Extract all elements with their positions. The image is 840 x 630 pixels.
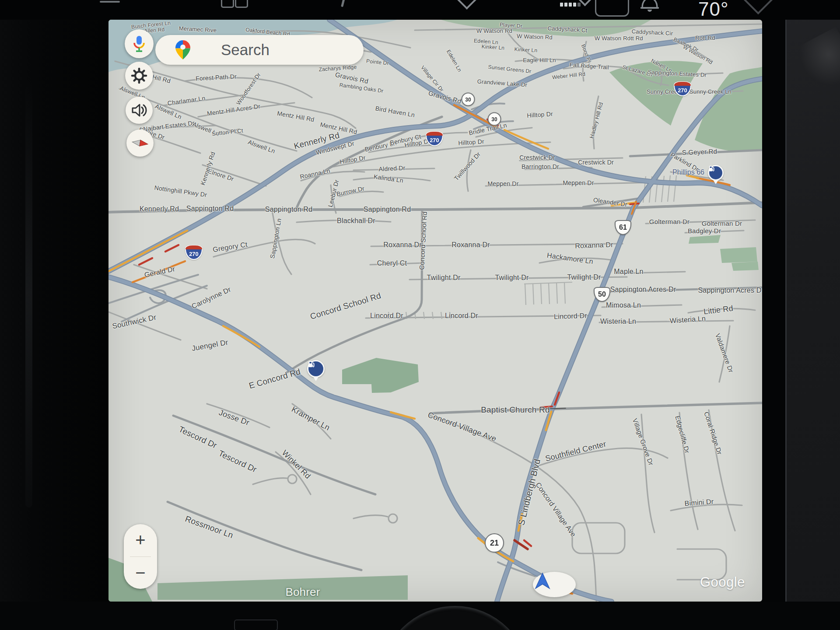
nav-diamond-icon	[742, 0, 775, 14]
google-attribution: Google	[700, 574, 745, 590]
route-shield-30: 30	[462, 93, 475, 106]
street-label: Meppen Dr	[487, 180, 518, 187]
temperature-readout: 70°	[698, 0, 729, 20]
street-label: Twilight Dr	[495, 274, 529, 282]
street-label: Roxanna Dr	[452, 241, 490, 249]
street-label: Roxanna Dr	[575, 241, 613, 250]
dashboard-right-bezel	[762, 0, 788, 630]
street-label: Maple Ln	[614, 268, 643, 276]
street-label: Rott Rd	[695, 35, 715, 41]
street-label: Sappington Rd	[364, 206, 411, 214]
street-label: Aldred Dr	[378, 164, 406, 172]
street-label: Rott Rd	[623, 35, 643, 42]
trim-seam	[785, 0, 787, 630]
gear-icon	[131, 67, 147, 84]
street-label: Mimosa Ln	[606, 301, 641, 309]
street-label: Blackhall Dr	[337, 217, 375, 225]
street-label: Badgley Dr	[688, 227, 721, 234]
map-surface[interactable]: Busch Forest LnAllen RdMeramec RiveOakfo…	[108, 20, 762, 602]
street-label: Wisteria Ln	[600, 318, 636, 326]
pin-tail	[313, 376, 319, 381]
street-label: Lincord Dr	[445, 312, 478, 320]
nav-arrow-icon	[533, 572, 552, 590]
route-shield-30: 30	[488, 112, 501, 126]
street-label: Roxanna Dr	[383, 241, 421, 249]
dashboard-left-bezel	[0, 0, 108, 630]
bell-icon[interactable]	[639, 0, 661, 12]
speaker-icon	[131, 103, 147, 117]
gas-pump-icon	[708, 165, 724, 181]
street-label: Sappington Acres D	[698, 287, 761, 294]
compass-needle-icon	[129, 132, 151, 154]
gas-pump-icon	[307, 360, 325, 378]
street-label: W Watson Rd	[517, 33, 553, 41]
street-label: Twilight Dr	[427, 274, 461, 282]
settings-button[interactable]	[125, 62, 153, 90]
chevron-down-icon[interactable]	[455, 0, 479, 10]
search-placeholder: Search	[221, 41, 270, 59]
gas-station-pin[interactable]: Phillips 66	[708, 165, 724, 184]
street-label: Kennerly Rd	[140, 205, 179, 213]
street-label: Eagle Hill Ln	[523, 57, 556, 63]
device-box-icon[interactable]	[595, 0, 629, 17]
street-label: Sappington Acres Dr	[610, 286, 676, 294]
app-grid-icon[interactable]	[235, 0, 248, 8]
mic-icon	[132, 35, 147, 52]
street-label: Golterman Dr	[702, 220, 742, 227]
street-label: Sappington Rd	[265, 206, 312, 214]
menu-icon[interactable]	[100, 1, 120, 3]
street-label: Twilight Dr	[567, 273, 601, 281]
vehicle-location-marker[interactable]	[533, 572, 576, 597]
app-grid-icon[interactable]	[221, 0, 234, 8]
zoom-out-button[interactable]: −	[124, 557, 157, 589]
trim-highlight	[793, 27, 840, 96]
poi-label: Phillips 66	[672, 168, 704, 176]
street-label: Barrington Dr	[522, 163, 559, 170]
media-tick-icon[interactable]	[341, 0, 346, 7]
map-canvas	[108, 20, 762, 602]
dashboard-leather-trim	[785, 0, 840, 630]
pin-tail	[713, 179, 719, 184]
route-shield-21: 21	[485, 533, 504, 553]
street-label: Baptist Church Rd	[481, 405, 550, 415]
street-label: W Watson Rd	[476, 28, 512, 34]
google-maps-pin-icon	[175, 40, 190, 60]
compass-button[interactable]	[126, 130, 154, 157]
infotainment-screen: 70°	[0, 0, 840, 630]
street-label: Crestwick Dr	[519, 154, 555, 161]
street-label: Lincord Dr	[370, 312, 403, 320]
area-label: Bohrer	[285, 585, 320, 599]
street-label: Cheryl Ct	[377, 259, 407, 267]
street-label: Crestwick Dr	[578, 159, 614, 166]
street-label: Kinker Ln	[514, 46, 537, 54]
bezel-glint	[25, 79, 32, 508]
street-label: Golterman Dr	[649, 218, 690, 225]
bottom-vent	[234, 620, 278, 630]
zoom-in-button[interactable]: +	[124, 524, 157, 556]
signal-bars-icon	[560, 3, 581, 7]
status-bar: 70°	[0, 0, 840, 20]
gas-station-pin[interactable]	[307, 360, 325, 381]
street-label: Sunny Creek Ln	[690, 88, 732, 95]
street-label: S Geyer Rd	[682, 147, 718, 156]
street-label: Meppen Dr	[563, 179, 594, 186]
voice-mic-button[interactable]	[125, 29, 154, 58]
street-label: Sappington Rd	[186, 205, 234, 213]
volume-button[interactable]	[126, 97, 153, 124]
street-label: Lincord Dr	[554, 312, 587, 321]
zoom-control: + −	[124, 524, 157, 589]
search-bar[interactable]: Search	[155, 35, 364, 65]
